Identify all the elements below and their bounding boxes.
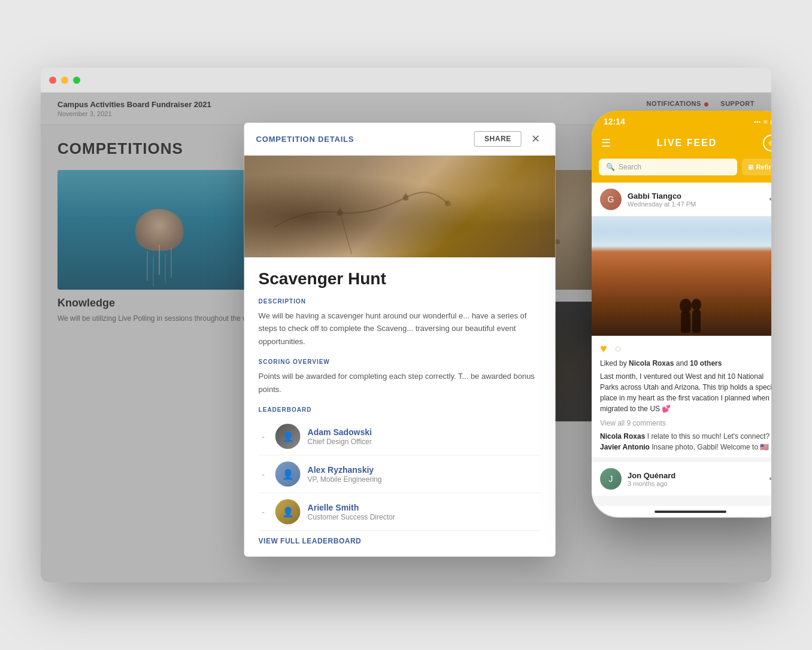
heart-icon[interactable]: ♥ <box>600 342 607 356</box>
refine-icon: ⊞ <box>748 163 753 171</box>
view-full-leaderboard-link[interactable]: VIEW FULL LEADERBOARD <box>259 531 541 551</box>
post-image-gabbi <box>592 216 771 336</box>
modal-hero-image <box>244 156 556 257</box>
lb-info-alex: Alex Ryzhanskiy VP, Mobile Engineering <box>308 465 541 484</box>
post-header-gabbi: G Gabbi Tiangco Wednesday at 1:47 PM ••• <box>592 183 771 216</box>
home-indicator <box>655 511 726 513</box>
comment-javier: Javier Antonio Insane photo, Gabbi! Welc… <box>592 442 771 457</box>
svg-point-7 <box>445 201 451 206</box>
search-input-phone[interactable]: 🔍 Search <box>599 159 737 175</box>
comment-nicola: Nicola Roxas I relate to this so much! L… <box>592 431 771 442</box>
modal-body: Scavenger Hunt DESCRIPTION We will be ha… <box>244 257 556 557</box>
lb-role-alex: VP, Mobile Engineering <box>308 475 541 484</box>
live-feed-title: LIVE FEED <box>657 138 717 148</box>
wifi-icon: ≋ <box>763 119 768 125</box>
leaderboard-item: - 👤 Arielle Smith Customer Success Direc… <box>259 493 541 531</box>
hamburger-icon[interactable]: ☰ <box>601 136 611 150</box>
post-meta-gabbi: Gabbi Tiangco Wednesday at 1:47 PM <box>628 192 763 208</box>
share-button[interactable]: SHARE <box>474 131 522 147</box>
traffic-light-green[interactable] <box>73 77 80 84</box>
scoring-text: Points will be awarded for completing ea… <box>259 370 541 396</box>
lb-role-arielle: Customer Success Director <box>308 513 541 521</box>
feed-content[interactable]: G Gabbi Tiangco Wednesday at 1:47 PM ••• <box>592 183 771 506</box>
lb-role-adam: Chief Design Officer <box>308 438 541 446</box>
lb-rank-1: - <box>259 432 268 441</box>
feed-post-gabbi: G Gabbi Tiangco Wednesday at 1:47 PM ••• <box>592 183 771 457</box>
search-placeholder: Search <box>619 163 641 171</box>
feed-post-jon: J Jon Quénard 3 months ago ••• <box>592 462 771 496</box>
traffic-light-yellow[interactable] <box>61 77 68 84</box>
lb-rank-2: - <box>259 470 268 479</box>
post-more-jon[interactable]: ••• <box>769 473 771 484</box>
signal-icon: ▪▪▪ <box>754 119 761 125</box>
modal-title: COMPETITION DETAILS <box>256 135 355 144</box>
svg-rect-13 <box>692 310 701 333</box>
lb-name-adam[interactable]: Adam Sadowski <box>308 427 541 437</box>
likes-text: Liked by Nicola Roxas and 10 others <box>592 359 771 371</box>
lb-avatar-alex: 👤 <box>275 461 301 487</box>
svg-rect-11 <box>681 312 690 333</box>
status-bar: 12:14 ▪▪▪ ≋ ▮▮ <box>592 111 771 130</box>
lb-name-arielle[interactable]: Arielle Smith <box>308 503 541 512</box>
mobile-phone: 12:14 ▪▪▪ ≋ ▮▮ ☰ LIVE FEED ⊕ <box>592 111 771 518</box>
browser-window: Campus Activities Board Fundraiser 2021 … <box>41 68 771 582</box>
canyon-snow <box>592 216 771 246</box>
lb-info-adam: Adam Sadowski Chief Design Officer <box>308 427 541 446</box>
svg-point-10 <box>680 299 692 313</box>
post-avatar-jon[interactable]: J <box>600 468 622 490</box>
couple-silhouette <box>666 288 714 336</box>
battery-icon: ▮▮ <box>770 119 771 125</box>
lb-name-alex[interactable]: Alex Ryzhanskiy <box>308 465 541 475</box>
leaderboard-item: - 👤 Alex Ryzhanskiy VP, Mobile Engineeri… <box>259 455 541 493</box>
camera-icon[interactable]: ⊕ <box>763 135 771 151</box>
post-time-jon: 3 months ago <box>628 480 763 487</box>
post-caption-gabbi: Last month, I ventured out West and hit … <box>592 371 771 419</box>
modal-header-actions: SHARE ✕ <box>474 131 544 147</box>
post-username-gabbi: Gabbi Tiangco <box>628 192 763 201</box>
post-actions-gabbi: ♥ ○ <box>592 336 771 359</box>
close-button[interactable]: ✕ <box>528 131 544 147</box>
description-text: We will be having a scavenger hunt aroun… <box>259 309 541 348</box>
status-time: 12:14 <box>604 117 625 126</box>
post-meta-jon: Jon Quénard 3 months ago <box>628 471 763 487</box>
hero-map-svg <box>244 156 556 257</box>
post-username-jon: Jon Quénard <box>628 471 763 480</box>
description-label: DESCRIPTION <box>259 298 541 305</box>
scoring-label: SCORING OVERVIEW <box>259 359 541 365</box>
svg-point-12 <box>692 299 701 311</box>
post-time-gabbi: Wednesday at 1:47 PM <box>628 201 763 208</box>
comment-icon[interactable]: ○ <box>614 342 622 356</box>
search-icon: 🔍 <box>606 163 615 171</box>
lb-info-arielle: Arielle Smith Customer Success Director <box>308 503 541 521</box>
modal-header: COMPETITION DETAILS SHARE ✕ <box>244 123 556 156</box>
browser-toolbar <box>41 68 771 93</box>
leaderboard-item: - 👤 Adam Sadowski Chief Design Officer <box>259 418 541 455</box>
competition-details-modal: COMPETITION DETAILS SHARE ✕ <box>244 123 556 557</box>
browser-content: Campus Activities Board Fundraiser 2021 … <box>41 93 771 582</box>
traffic-light-red[interactable] <box>49 77 56 84</box>
live-feed-header: ☰ LIVE FEED ⊕ <box>592 130 771 159</box>
post-more-gabbi[interactable]: ••• <box>769 194 771 205</box>
lb-avatar-arielle: 👤 <box>275 499 301 524</box>
lb-rank-3: - <box>259 508 268 517</box>
refine-button[interactable]: ⊞ Refine <box>742 159 771 175</box>
post-header-jon: J Jon Quénard 3 months ago ••• <box>592 462 771 496</box>
hunt-title: Scavenger Hunt <box>259 269 541 288</box>
leaderboard-label: LEADERBOARD <box>259 406 541 413</box>
lb-avatar-adam: 👤 <box>275 424 301 449</box>
phone-frame: 12:14 ▪▪▪ ≋ ▮▮ ☰ LIVE FEED ⊕ <box>592 111 771 518</box>
status-icons: ▪▪▪ ≋ ▮▮ <box>754 119 771 125</box>
post-avatar-gabbi[interactable]: G <box>600 189 622 210</box>
phone-screen: 12:14 ▪▪▪ ≋ ▮▮ ☰ LIVE FEED ⊕ <box>592 111 771 518</box>
view-comments-gabbi[interactable]: View all 9 comments <box>592 419 771 431</box>
search-bar: 🔍 Search ⊞ Refine <box>592 159 771 183</box>
